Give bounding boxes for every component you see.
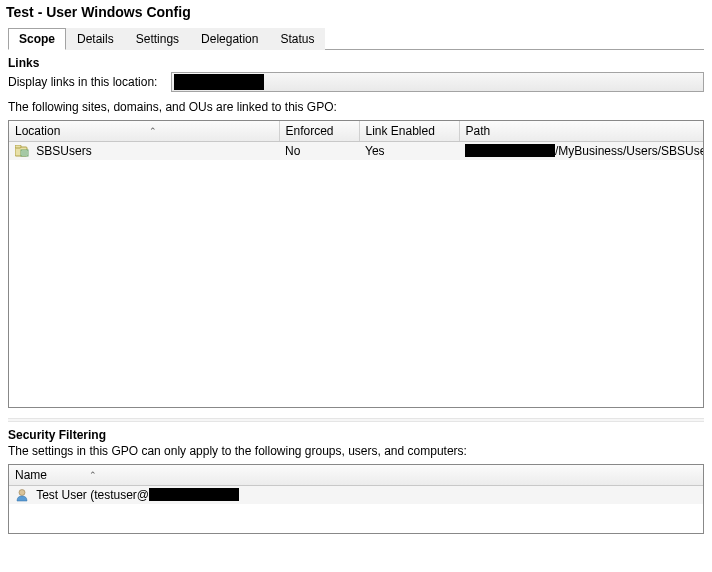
links-col-location[interactable]: Location ⌃ — [9, 121, 279, 142]
location-dropdown[interactable] — [171, 72, 704, 92]
security-row-name-prefix: Test User (testuser@ — [36, 488, 149, 502]
security-table: Name ⌃ Test User (testuser@ — [9, 465, 703, 504]
links-row-enforced: No — [279, 142, 359, 161]
pane-splitter[interactable] — [8, 418, 704, 422]
links-col-enforced[interactable]: Enforced — [279, 121, 359, 142]
user-icon — [15, 488, 29, 502]
tab-details[interactable]: Details — [66, 28, 125, 50]
svg-rect-2 — [21, 150, 28, 156]
table-row[interactable]: Test User (testuser@ — [9, 486, 703, 505]
sort-caret-icon: ⌃ — [149, 126, 157, 136]
svg-point-5 — [19, 490, 25, 496]
security-filtering-desc: The settings in this GPO can only apply … — [8, 444, 704, 458]
linked-description: The following sites, domains, and OUs ar… — [8, 100, 704, 114]
links-section-header: Links — [8, 56, 704, 70]
links-col-path[interactable]: Path — [459, 121, 703, 142]
links-table: Location ⌃ Enforced Link Enabled Path — [9, 121, 703, 160]
links-table-container: Location ⌃ Enforced Link Enabled Path — [8, 120, 704, 408]
display-links-label: Display links in this location: — [8, 75, 157, 89]
ou-icon — [15, 145, 29, 157]
links-row-location: SBSUsers — [36, 144, 91, 158]
security-row-name-redacted — [149, 488, 239, 501]
links-row-path-suffix: /MyBusiness/Users/SBSUsers — [555, 144, 704, 158]
tab-status[interactable]: Status — [269, 28, 325, 50]
sort-caret-icon: ⌃ — [89, 470, 97, 480]
links-row-path-redacted — [465, 144, 555, 157]
links-col-link-enabled[interactable]: Link Enabled — [359, 121, 459, 142]
security-filtering-header: Security Filtering — [8, 428, 704, 442]
svg-rect-1 — [15, 145, 21, 148]
location-dropdown-value-redacted — [174, 74, 264, 90]
window-title: Test - User Windows Config — [0, 0, 712, 26]
tab-delegation[interactable]: Delegation — [190, 28, 269, 50]
security-col-name[interactable]: Name ⌃ — [9, 465, 703, 486]
links-row-link-enabled: Yes — [359, 142, 459, 161]
links-col-location-label: Location — [15, 124, 60, 138]
security-table-container: Name ⌃ Test User (testuser@ — [8, 464, 704, 534]
table-row[interactable]: SBSUsers No Yes /MyBusiness/Users/SBSUse… — [9, 142, 703, 161]
tab-scope[interactable]: Scope — [8, 28, 66, 50]
security-col-name-label: Name — [15, 468, 47, 482]
tab-settings[interactable]: Settings — [125, 28, 190, 50]
tab-bar: Scope Details Settings Delegation Status — [8, 28, 704, 50]
